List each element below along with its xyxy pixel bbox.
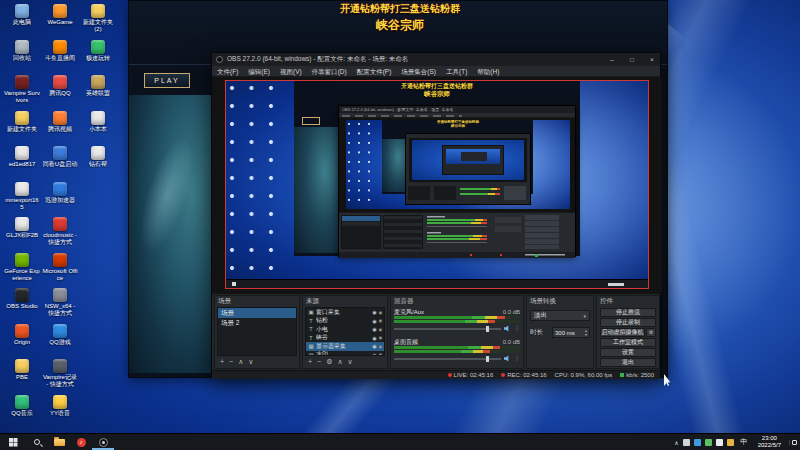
visibility-icon[interactable]: ◉ <box>372 335 376 341</box>
lock-icon[interactable]: ◼ <box>379 327 382 332</box>
desktop-icon[interactable]: mmexport165 <box>4 182 40 211</box>
settings-button[interactable]: 设置 <box>600 348 656 357</box>
taskbar-obs-button[interactable] <box>92 434 114 450</box>
scene-up-button[interactable]: ∧ <box>238 357 243 367</box>
speaker-icon[interactable] <box>504 325 511 332</box>
virtual-camera-settings-icon[interactable]: ⚙ <box>646 328 656 337</box>
desktop-icon[interactable]: 迅游加速器 <box>42 182 78 204</box>
desktop-icon[interactable]: 斗鱼直播间 <box>42 40 78 62</box>
remove-source-button[interactable]: − <box>317 357 321 367</box>
studio-mode-button[interactable]: 工作室模式 <box>600 338 656 347</box>
lock-icon[interactable]: ◼ <box>379 344 382 349</box>
menu-scene-collection[interactable]: 场景集合(S) <box>396 66 441 77</box>
lock-icon[interactable]: ◼ <box>379 352 382 356</box>
stop-streaming-button[interactable]: 停止推流 <box>600 308 656 317</box>
visibility-icon[interactable]: ◉ <box>372 309 376 315</box>
start-virtual-camera-button[interactable]: 启动虚拟摄像机 <box>600 328 645 337</box>
remove-scene-button[interactable]: − <box>229 357 233 367</box>
desktop-icon[interactable]: 极速玩转 <box>80 40 116 62</box>
scene-item[interactable]: 场景 <box>218 308 296 318</box>
menu-help[interactable]: 帮助(H) <box>472 66 504 77</box>
source-item[interactable]: T峡谷◉◼ <box>306 334 384 343</box>
notification-center-button[interactable] <box>789 440 798 445</box>
start-button[interactable] <box>0 434 26 450</box>
desktop-icon[interactable]: Vampire Survivors <box>4 75 40 104</box>
desktop-icon[interactable]: GLJX积F2B <box>4 217 40 239</box>
source-item[interactable]: ▨水印◉◼ <box>306 351 384 357</box>
desktop-icon-qq[interactable]: 腾讯QQ <box>42 75 78 97</box>
desktop-icon-folder[interactable]: PBE <box>4 359 40 381</box>
desktop-icon-origin[interactable]: Origin <box>4 324 40 346</box>
volume-slider-handle[interactable] <box>486 356 489 362</box>
tray-icon[interactable] <box>716 439 723 446</box>
tray-icon[interactable] <box>705 439 712 446</box>
taskbar-file-explorer-button[interactable] <box>48 434 70 450</box>
taskbar-netease-music-button[interactable]: ♪ <box>70 434 92 450</box>
menu-file[interactable]: 文件(F) <box>212 66 243 77</box>
minimize-button[interactable]: – <box>604 53 620 66</box>
desktop-icon[interactable]: 腾讯视频 <box>42 111 78 133</box>
source-up-button[interactable]: ∧ <box>337 357 342 367</box>
taskbar-search-button[interactable] <box>26 434 48 450</box>
volume-slider[interactable] <box>394 328 501 330</box>
obs-titlebar[interactable]: OBS 27.2.0 (64-bit, windows) - 配置文件: 未命名… <box>212 53 660 66</box>
desktop-icon-this-pc[interactable]: 此电脑 <box>4 4 40 26</box>
channel-menu-icon[interactable]: ⋮ <box>514 325 520 332</box>
desktop-icon-netease-music[interactable]: cloudmusic - 快捷方式 <box>42 217 78 246</box>
desktop-icon-wegame[interactable]: WeGame <box>42 4 78 26</box>
tray-icon[interactable] <box>727 439 734 446</box>
close-button[interactable]: × <box>644 53 660 66</box>
scene-item[interactable]: 场景 2 <box>218 318 296 328</box>
desktop-icon-folder[interactable]: 新建文件夹 (2) <box>80 4 116 33</box>
exit-button[interactable]: 退出 <box>600 358 656 367</box>
source-item[interactable]: T钻粉◉◼ <box>306 317 384 326</box>
desktop-icon[interactable]: 同看U盘启动 <box>42 146 78 168</box>
lock-icon[interactable]: ◼ <box>379 310 382 315</box>
tray-icon[interactable] <box>683 439 690 446</box>
maximize-button[interactable]: □ <box>624 53 640 66</box>
add-source-button[interactable]: + <box>308 357 312 367</box>
desktop-icon[interactable]: NSW_x64 - 快捷方式 <box>42 288 78 317</box>
ime-indicator[interactable]: 中 <box>738 437 750 447</box>
desktop-icon[interactable]: Vampire记录 - 快捷方式 <box>42 359 78 388</box>
visibility-icon[interactable]: ◉ <box>372 352 376 356</box>
desktop-icon[interactable]: ed1ed817 <box>4 146 40 168</box>
desktop-icon[interactable]: QQ音乐 <box>4 395 40 417</box>
source-item[interactable]: ▣窗口采集◉◼ <box>306 308 384 317</box>
play-button[interactable]: PLAY <box>144 73 190 88</box>
menu-profile[interactable]: 配置文件(P) <box>352 66 397 77</box>
source-item[interactable]: T小电◉◼ <box>306 325 384 334</box>
lock-icon[interactable]: ◼ <box>379 318 382 323</box>
visibility-icon[interactable]: ◉ <box>372 343 376 349</box>
taskbar-clock[interactable]: 23:00 2022/5/7 <box>754 435 785 449</box>
source-down-button[interactable]: ∨ <box>348 357 353 367</box>
desktop-icon[interactable]: YY语音 <box>42 395 78 417</box>
add-scene-button[interactable]: + <box>220 357 224 367</box>
menu-edit[interactable]: 编辑(E) <box>243 66 275 77</box>
desktop-icon[interactable]: QQ游戏 <box>42 324 78 346</box>
desktop-icon[interactable]: 小本本 <box>80 111 116 133</box>
menu-docks[interactable]: 停靠窗口(D) <box>307 66 352 77</box>
volume-slider[interactable] <box>394 358 501 360</box>
source-properties-button[interactable]: ⚙ <box>326 357 332 367</box>
channel-menu-icon[interactable]: ⋮ <box>514 355 520 362</box>
menu-tools[interactable]: 工具(T) <box>441 66 472 77</box>
lock-icon[interactable]: ◼ <box>379 335 382 340</box>
preview-canvas[interactable]: 开通钻粉帮打三盘送钻粉群 峡谷宗师 OBS 27.2.0 (64-bit, wi… <box>225 80 649 289</box>
hidden-icons-chevron[interactable]: ∧ <box>674 439 678 446</box>
desktop-icon-folder[interactable]: 新建文件夹 <box>4 111 40 133</box>
desktop-icon-recycle-bin[interactable]: 回收站 <box>4 40 40 62</box>
visibility-icon[interactable]: ◉ <box>372 326 376 332</box>
desktop-icon-geforce[interactable]: GeForce Experience <box>4 253 40 282</box>
scene-down-button[interactable]: ∨ <box>248 357 253 367</box>
desktop-icon[interactable]: 钻石帮 <box>80 146 116 168</box>
desktop-icon-office[interactable]: Microsoft Office <box>42 253 78 282</box>
menu-view[interactable]: 视图(V) <box>275 66 307 77</box>
source-item-display-capture[interactable]: ▦显示器采集◉◼ <box>306 342 384 351</box>
speaker-icon[interactable] <box>504 355 511 362</box>
tray-icon[interactable] <box>694 439 701 446</box>
visibility-icon[interactable]: ◉ <box>372 318 376 324</box>
desktop-icon-lol[interactable]: 英雄联盟 <box>80 75 116 97</box>
desktop-icon-obs-studio[interactable]: OBS Studio <box>4 288 40 310</box>
volume-slider-handle[interactable] <box>486 326 489 332</box>
